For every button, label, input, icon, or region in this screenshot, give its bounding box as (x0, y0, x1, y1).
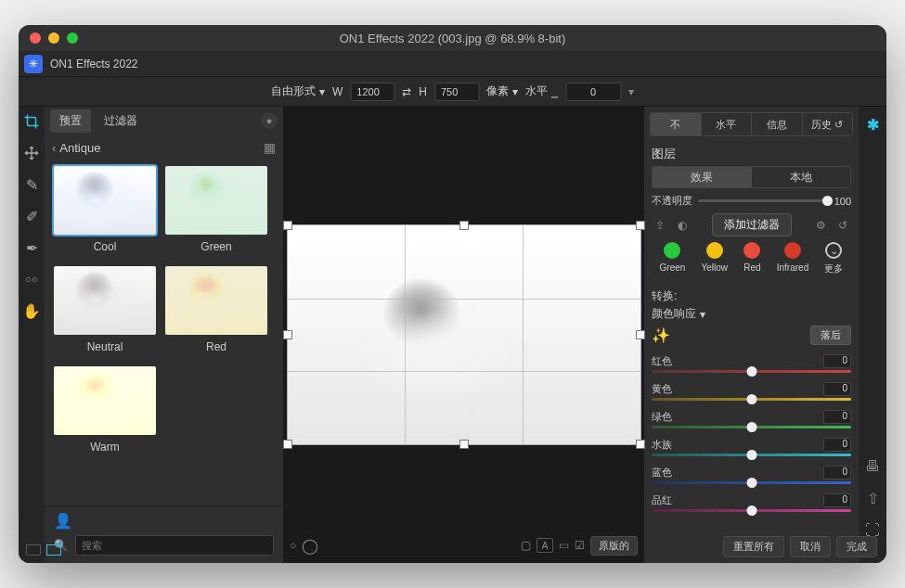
rtab-level[interactable]: 水平 (702, 113, 753, 135)
original-button[interactable]: 原版的 (590, 536, 638, 556)
titlebar: ON1 Effects 2022 (003.jpg @ 68.9% 8-bit) (19, 25, 886, 51)
slider-value[interactable]: 0 (823, 410, 851, 424)
color-dot-red[interactable] (743, 242, 760, 259)
minimize-icon[interactable] (48, 32, 59, 44)
view-square-icon[interactable]: ▢ (521, 539, 531, 552)
crop-handle-tr[interactable] (636, 221, 645, 230)
magic-wand-icon[interactable]: ✨ (652, 326, 670, 344)
reset-icon[interactable]: ↺ (834, 219, 851, 232)
slider-thumb[interactable] (746, 394, 756, 404)
slider-value[interactable]: 0 (823, 382, 851, 396)
single-view-icon[interactable] (26, 544, 41, 556)
zoom-out-icon[interactable]: ○ (290, 539, 296, 552)
angle-dropdown-icon[interactable]: ▾ (628, 85, 634, 98)
slider-value[interactable]: 0 (823, 493, 851, 507)
image-canvas[interactable] (288, 225, 640, 444)
slider-value[interactable]: 0 (823, 466, 851, 479)
slider-track[interactable] (652, 509, 851, 512)
orientation-dropdown[interactable]: 水平 ⎯ (525, 83, 558, 99)
slider-track[interactable] (652, 481, 851, 484)
preset-thumb-neutral[interactable]: Neutral (54, 266, 156, 363)
color-dot-yellow[interactable] (706, 242, 723, 259)
pen-tool-icon[interactable]: ✒ (22, 238, 41, 257)
crop-handle-t[interactable] (459, 221, 469, 230)
more-colors[interactable]: ⌄更多 (824, 242, 843, 275)
back-icon[interactable]: ‹ (52, 141, 56, 155)
crop-handle-tl[interactable] (283, 221, 292, 230)
seg-effects[interactable]: 效果 (653, 167, 752, 187)
crop-handle-br[interactable] (636, 440, 645, 449)
layers-header: 图层 (652, 146, 851, 162)
view-check-icon[interactable]: ☑ (575, 539, 585, 552)
brush-tool-icon[interactable]: ✎ (22, 175, 41, 194)
grid-view-icon[interactable]: ▦ (264, 140, 276, 155)
move-tool-icon[interactable] (22, 144, 41, 162)
slider-track[interactable] (652, 426, 851, 428)
crop-handle-b[interactable] (459, 440, 469, 449)
seg-local[interactable]: 本地 (752, 167, 851, 187)
color-dot-green[interactable] (664, 242, 680, 259)
slider-thumb[interactable] (746, 450, 756, 460)
crop-tool-icon[interactable] (22, 112, 41, 131)
aspect-dropdown[interactable]: 自由形式 ▾ (271, 83, 325, 99)
slider-track[interactable] (652, 454, 851, 456)
rtab-history[interactable]: 历史 ↺ (803, 113, 853, 135)
hand-tool-icon[interactable]: ✋ (22, 301, 41, 320)
slider-value[interactable]: 0 (823, 354, 851, 368)
user-icon[interactable]: 👤 (54, 512, 72, 530)
crop-handle-l[interactable] (283, 330, 292, 339)
zoom-circle-icon[interactable]: ◯ (302, 537, 318, 555)
slider-thumb[interactable] (746, 366, 756, 377)
slider-label: 绿色 (652, 410, 672, 424)
gear-icon[interactable]: ⚙ (812, 219, 829, 232)
tab-filters[interactable]: 过滤器 (95, 109, 147, 133)
search-input[interactable] (75, 535, 274, 556)
done-button[interactable]: 完成 (836, 536, 877, 557)
height-input[interactable] (434, 83, 479, 101)
close-icon[interactable] (30, 32, 41, 44)
fx-icon[interactable]: ✱ (867, 116, 879, 134)
slider-thumb[interactable] (746, 505, 756, 516)
dual-view-icon[interactable] (46, 544, 61, 556)
add-filter-row: ⇪ ◐ 添加过滤器 ⚙ ↺ (652, 213, 851, 236)
reset-all-button[interactable]: 重置所有 (723, 536, 784, 557)
tool-rail: ✎ ✐ ✒ ○○ ✋ (19, 107, 45, 563)
share-icon[interactable]: ⇧ (867, 490, 879, 507)
maximize-icon[interactable] (67, 32, 78, 44)
tab-presets[interactable]: 预置 (50, 109, 91, 133)
crop-handle-bl[interactable] (283, 440, 292, 449)
width-input[interactable] (350, 83, 394, 101)
export-icon[interactable]: ⇪ (652, 219, 668, 232)
angle-input[interactable] (565, 83, 621, 101)
preset-thumb-cool[interactable]: Cool (54, 166, 156, 262)
add-filter-button[interactable]: 添加过滤器 (712, 213, 792, 236)
crop-handle-r[interactable] (636, 330, 645, 339)
preset-thumb-warm[interactable]: Warm (54, 366, 156, 463)
width-label: W (332, 85, 343, 98)
print-icon[interactable]: 🖶 (865, 458, 880, 475)
cancel-button[interactable]: 取消 (790, 536, 831, 557)
mask-brush-icon[interactable]: ✐ (22, 207, 41, 225)
mask-icon[interactable]: ◐ (674, 219, 691, 232)
view-compare-icon[interactable]: ▭ (559, 539, 569, 552)
behind-button[interactable]: 落后 (810, 326, 851, 345)
view-a-icon[interactable]: A (537, 538, 553, 553)
slider-track[interactable] (652, 398, 851, 401)
preset-thumb-green[interactable]: Green (165, 166, 267, 262)
rtab-info[interactable]: 信息 (752, 113, 803, 135)
rtab-none[interactable]: 不 (651, 113, 702, 135)
swap-icon[interactable]: ⇄ (402, 85, 411, 98)
slider-track[interactable] (652, 370, 851, 373)
thumb-label: Warm (90, 441, 120, 454)
app-window: ON1 Effects 2022 (003.jpg @ 68.9% 8-bit)… (19, 25, 886, 563)
user-presets-icon[interactable]: ● (261, 112, 278, 129)
slider-thumb[interactable] (746, 422, 756, 432)
unit-dropdown[interactable]: 像素 ▾ (486, 83, 518, 99)
opacity-slider[interactable] (698, 199, 829, 202)
shapes-icon[interactable]: ○○ (22, 270, 41, 288)
preset-thumb-red[interactable]: Red (165, 266, 267, 363)
slider-value[interactable]: 0 (823, 438, 851, 452)
convert-dropdown[interactable]: 颜色响应 ▾ (652, 306, 705, 322)
slider-thumb[interactable] (746, 478, 756, 488)
color-dot-infrared[interactable] (784, 242, 801, 259)
